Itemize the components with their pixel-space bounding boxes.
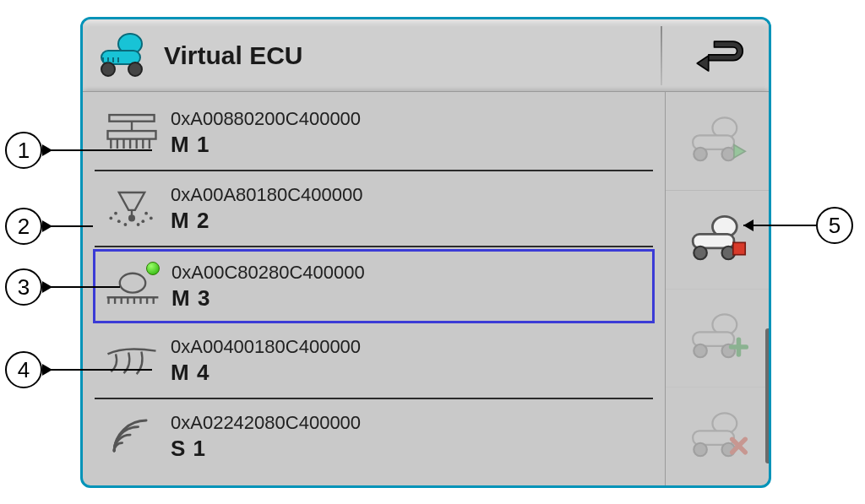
header-divider [661,26,662,85]
ecu-hex-id: 0xA00880200C400000 [171,108,361,130]
header-title-area: Virtual ECU [83,32,656,79]
ecu-name: M 1 [171,132,361,158]
ecu-row[interactable]: 0xA00A80180C400000 M 2 [95,171,653,247]
action-sidebar [665,92,769,485]
svg-point-24 [141,219,144,223]
ecu-hex-id: 0xA00A80180C400000 [171,184,363,206]
ecu-row-text: 0xA00880200C400000 M 1 [171,108,361,158]
callout-number: 4 [5,351,42,388]
svg-rect-46 [733,242,745,254]
tractor-play-icon [686,115,748,167]
svg-point-20 [109,217,112,220]
svg-point-19 [114,212,117,215]
ecu-hex-id: 0xA00400180C400000 [171,336,361,358]
ecu-row[interactable]: 0xA00400180C400000 M 4 [95,323,653,399]
svg-marker-41 [734,144,745,158]
scrollbar-thumb[interactable] [765,328,770,463]
tractor-add-icon [686,312,748,364]
back-button[interactable] [667,19,769,91]
ecu-row-text: 0xA00400180C400000 M 4 [171,336,361,386]
active-indicator-icon [146,262,160,275]
callout-4: 4 [5,351,152,388]
header-bar: Virtual ECU [83,19,769,92]
svg-point-21 [117,219,121,223]
page-title: Virtual ECU [164,41,303,70]
callout-1: 1 [5,132,152,169]
svg-point-2 [101,62,115,76]
callout-3: 3 [5,268,120,306]
ecu-row-text: 0xA02242080C400000 S 1 [171,412,361,462]
svg-point-18 [129,216,134,221]
sensor-icon [98,407,166,466]
ecu-row[interactable]: 0xA00880200C400000 M 1 [95,95,653,171]
ecu-name: M 2 [171,208,363,234]
ecu-hex-id: 0xA02242080C400000 [171,412,361,434]
svg-point-25 [124,223,128,226]
back-arrow-icon [688,32,748,79]
svg-point-26 [137,223,140,226]
callout-number: 3 [5,268,42,306]
svg-point-44 [694,246,707,259]
ecu-list: 0xA00880200C400000 M 1 [83,92,665,485]
callout-2: 2 [5,208,93,245]
svg-point-55 [694,443,707,457]
delete-ecu-button[interactable] [666,387,769,485]
ecu-name: M 4 [171,360,361,386]
content-area: 0xA00880200C400000 M 1 [83,92,769,485]
ecu-row-text: 0xA00A80180C400000 M 2 [171,184,363,234]
callout-5: 5 [743,207,853,244]
callout-number: 5 [816,207,853,244]
ecu-hex-id: 0xA00C80280C400000 [171,262,365,284]
svg-point-40 [722,148,736,161]
ecu-name: S 1 [171,436,361,462]
virtual-ecu-screen: Virtual ECU [80,17,771,488]
callout-number: 2 [5,208,42,245]
tractor-stop-icon [686,214,748,266]
tractor-delete-icon [686,410,748,463]
add-ecu-button[interactable] [666,289,769,387]
spreader-icon [98,179,166,238]
svg-point-23 [150,217,153,220]
svg-rect-8 [109,115,154,122]
svg-point-39 [694,148,707,161]
ecu-name: M 3 [171,285,365,312]
ecu-row-text: 0xA00C80280C400000 M 3 [171,262,365,312]
callout-number: 1 [5,132,42,169]
ecu-row[interactable]: 0xA02242080C400000 S 1 [95,399,653,474]
svg-point-27 [120,274,145,293]
play-ecu-button[interactable] [666,92,769,190]
ecu-row-selected[interactable]: 0xA00C80280C400000 M 3 [93,249,655,323]
svg-point-22 [144,212,148,215]
svg-point-49 [694,344,707,358]
svg-point-3 [128,62,142,76]
virtual-ecu-icon [96,32,150,79]
